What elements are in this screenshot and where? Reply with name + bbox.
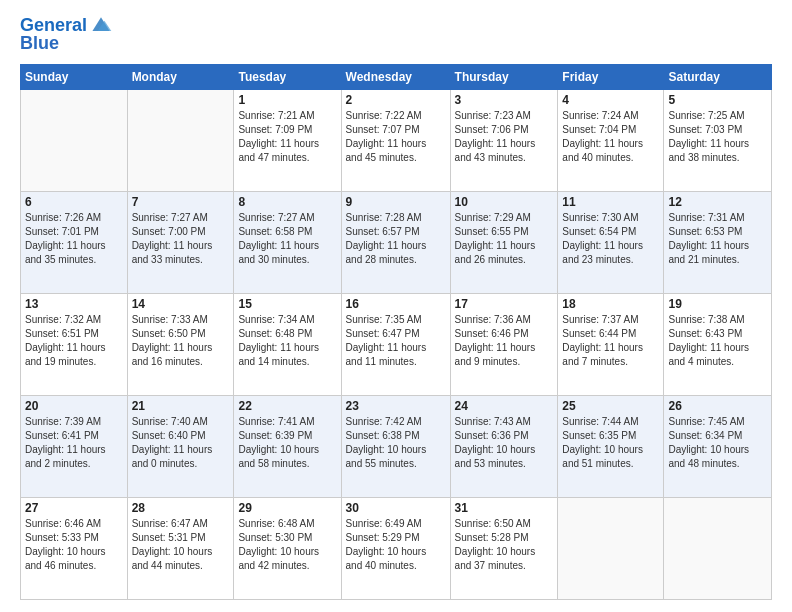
- col-tuesday: Tuesday: [234, 64, 341, 89]
- day-number: 22: [238, 399, 336, 413]
- col-saturday: Saturday: [664, 64, 772, 89]
- calendar-cell: 15Sunrise: 7:34 AM Sunset: 6:48 PM Dayli…: [234, 293, 341, 395]
- day-detail: Sunrise: 7:43 AM Sunset: 6:36 PM Dayligh…: [455, 415, 554, 471]
- day-number: 24: [455, 399, 554, 413]
- day-detail: Sunrise: 6:50 AM Sunset: 5:28 PM Dayligh…: [455, 517, 554, 573]
- calendar-cell: 24Sunrise: 7:43 AM Sunset: 6:36 PM Dayli…: [450, 395, 558, 497]
- calendar-cell: 14Sunrise: 7:33 AM Sunset: 6:50 PM Dayli…: [127, 293, 234, 395]
- calendar-week-5: 27Sunrise: 6:46 AM Sunset: 5:33 PM Dayli…: [21, 497, 772, 599]
- calendar-cell: 12Sunrise: 7:31 AM Sunset: 6:53 PM Dayli…: [664, 191, 772, 293]
- day-number: 14: [132, 297, 230, 311]
- day-detail: Sunrise: 7:26 AM Sunset: 7:01 PM Dayligh…: [25, 211, 123, 267]
- day-detail: Sunrise: 7:42 AM Sunset: 6:38 PM Dayligh…: [346, 415, 446, 471]
- day-detail: Sunrise: 7:44 AM Sunset: 6:35 PM Dayligh…: [562, 415, 659, 471]
- calendar-cell: 7Sunrise: 7:27 AM Sunset: 7:00 PM Daylig…: [127, 191, 234, 293]
- day-detail: Sunrise: 7:22 AM Sunset: 7:07 PM Dayligh…: [346, 109, 446, 165]
- calendar-cell: 1Sunrise: 7:21 AM Sunset: 7:09 PM Daylig…: [234, 89, 341, 191]
- page: General Blue Sunday Monday Tuesday: [0, 0, 792, 612]
- calendar-cell: [558, 497, 664, 599]
- day-detail: Sunrise: 7:33 AM Sunset: 6:50 PM Dayligh…: [132, 313, 230, 369]
- calendar-cell: 22Sunrise: 7:41 AM Sunset: 6:39 PM Dayli…: [234, 395, 341, 497]
- day-number: 17: [455, 297, 554, 311]
- calendar-cell: 27Sunrise: 6:46 AM Sunset: 5:33 PM Dayli…: [21, 497, 128, 599]
- calendar-cell: 26Sunrise: 7:45 AM Sunset: 6:34 PM Dayli…: [664, 395, 772, 497]
- calendar-cell: 13Sunrise: 7:32 AM Sunset: 6:51 PM Dayli…: [21, 293, 128, 395]
- day-detail: Sunrise: 7:27 AM Sunset: 6:58 PM Dayligh…: [238, 211, 336, 267]
- calendar-cell: 2Sunrise: 7:22 AM Sunset: 7:07 PM Daylig…: [341, 89, 450, 191]
- calendar-cell: 29Sunrise: 6:48 AM Sunset: 5:30 PM Dayli…: [234, 497, 341, 599]
- day-detail: Sunrise: 7:37 AM Sunset: 6:44 PM Dayligh…: [562, 313, 659, 369]
- day-detail: Sunrise: 7:45 AM Sunset: 6:34 PM Dayligh…: [668, 415, 767, 471]
- day-number: 21: [132, 399, 230, 413]
- day-number: 2: [346, 93, 446, 107]
- day-detail: Sunrise: 6:48 AM Sunset: 5:30 PM Dayligh…: [238, 517, 336, 573]
- logo: General Blue: [20, 16, 113, 54]
- day-number: 12: [668, 195, 767, 209]
- col-monday: Monday: [127, 64, 234, 89]
- calendar-cell: 19Sunrise: 7:38 AM Sunset: 6:43 PM Dayli…: [664, 293, 772, 395]
- day-detail: Sunrise: 6:49 AM Sunset: 5:29 PM Dayligh…: [346, 517, 446, 573]
- calendar-cell: 3Sunrise: 7:23 AM Sunset: 7:06 PM Daylig…: [450, 89, 558, 191]
- day-number: 27: [25, 501, 123, 515]
- calendar-week-1: 1Sunrise: 7:21 AM Sunset: 7:09 PM Daylig…: [21, 89, 772, 191]
- day-number: 10: [455, 195, 554, 209]
- calendar-cell: 17Sunrise: 7:36 AM Sunset: 6:46 PM Dayli…: [450, 293, 558, 395]
- day-number: 8: [238, 195, 336, 209]
- day-number: 13: [25, 297, 123, 311]
- day-detail: Sunrise: 7:31 AM Sunset: 6:53 PM Dayligh…: [668, 211, 767, 267]
- day-detail: Sunrise: 7:28 AM Sunset: 6:57 PM Dayligh…: [346, 211, 446, 267]
- calendar-header-row: Sunday Monday Tuesday Wednesday Thursday…: [21, 64, 772, 89]
- calendar-cell: 30Sunrise: 6:49 AM Sunset: 5:29 PM Dayli…: [341, 497, 450, 599]
- day-number: 28: [132, 501, 230, 515]
- calendar-cell: 20Sunrise: 7:39 AM Sunset: 6:41 PM Dayli…: [21, 395, 128, 497]
- day-detail: Sunrise: 7:25 AM Sunset: 7:03 PM Dayligh…: [668, 109, 767, 165]
- calendar-week-3: 13Sunrise: 7:32 AM Sunset: 6:51 PM Dayli…: [21, 293, 772, 395]
- day-number: 18: [562, 297, 659, 311]
- day-detail: Sunrise: 7:30 AM Sunset: 6:54 PM Dayligh…: [562, 211, 659, 267]
- calendar-cell: 6Sunrise: 7:26 AM Sunset: 7:01 PM Daylig…: [21, 191, 128, 293]
- day-number: 25: [562, 399, 659, 413]
- col-wednesday: Wednesday: [341, 64, 450, 89]
- day-detail: Sunrise: 7:34 AM Sunset: 6:48 PM Dayligh…: [238, 313, 336, 369]
- calendar-cell: 4Sunrise: 7:24 AM Sunset: 7:04 PM Daylig…: [558, 89, 664, 191]
- calendar-cell: 21Sunrise: 7:40 AM Sunset: 6:40 PM Dayli…: [127, 395, 234, 497]
- day-detail: Sunrise: 7:40 AM Sunset: 6:40 PM Dayligh…: [132, 415, 230, 471]
- calendar-cell: 25Sunrise: 7:44 AM Sunset: 6:35 PM Dayli…: [558, 395, 664, 497]
- day-number: 15: [238, 297, 336, 311]
- calendar-cell: 5Sunrise: 7:25 AM Sunset: 7:03 PM Daylig…: [664, 89, 772, 191]
- calendar-cell: [21, 89, 128, 191]
- calendar-cell: 8Sunrise: 7:27 AM Sunset: 6:58 PM Daylig…: [234, 191, 341, 293]
- day-number: 5: [668, 93, 767, 107]
- calendar-cell: [664, 497, 772, 599]
- day-number: 26: [668, 399, 767, 413]
- calendar-cell: 31Sunrise: 6:50 AM Sunset: 5:28 PM Dayli…: [450, 497, 558, 599]
- day-number: 3: [455, 93, 554, 107]
- day-detail: Sunrise: 7:23 AM Sunset: 7:06 PM Dayligh…: [455, 109, 554, 165]
- day-detail: Sunrise: 7:35 AM Sunset: 6:47 PM Dayligh…: [346, 313, 446, 369]
- day-number: 19: [668, 297, 767, 311]
- day-detail: Sunrise: 7:41 AM Sunset: 6:39 PM Dayligh…: [238, 415, 336, 471]
- calendar-week-4: 20Sunrise: 7:39 AM Sunset: 6:41 PM Dayli…: [21, 395, 772, 497]
- day-number: 16: [346, 297, 446, 311]
- day-number: 4: [562, 93, 659, 107]
- day-number: 1: [238, 93, 336, 107]
- calendar-cell: 23Sunrise: 7:42 AM Sunset: 6:38 PM Dayli…: [341, 395, 450, 497]
- calendar-cell: 18Sunrise: 7:37 AM Sunset: 6:44 PM Dayli…: [558, 293, 664, 395]
- day-number: 30: [346, 501, 446, 515]
- day-detail: Sunrise: 7:21 AM Sunset: 7:09 PM Dayligh…: [238, 109, 336, 165]
- col-thursday: Thursday: [450, 64, 558, 89]
- day-detail: Sunrise: 6:46 AM Sunset: 5:33 PM Dayligh…: [25, 517, 123, 573]
- calendar-table: Sunday Monday Tuesday Wednesday Thursday…: [20, 64, 772, 600]
- col-friday: Friday: [558, 64, 664, 89]
- day-number: 29: [238, 501, 336, 515]
- day-detail: Sunrise: 7:32 AM Sunset: 6:51 PM Dayligh…: [25, 313, 123, 369]
- day-number: 6: [25, 195, 123, 209]
- day-number: 20: [25, 399, 123, 413]
- calendar-week-2: 6Sunrise: 7:26 AM Sunset: 7:01 PM Daylig…: [21, 191, 772, 293]
- logo-icon: [89, 15, 113, 35]
- day-detail: Sunrise: 7:38 AM Sunset: 6:43 PM Dayligh…: [668, 313, 767, 369]
- calendar-cell: 11Sunrise: 7:30 AM Sunset: 6:54 PM Dayli…: [558, 191, 664, 293]
- col-sunday: Sunday: [21, 64, 128, 89]
- day-number: 9: [346, 195, 446, 209]
- day-number: 31: [455, 501, 554, 515]
